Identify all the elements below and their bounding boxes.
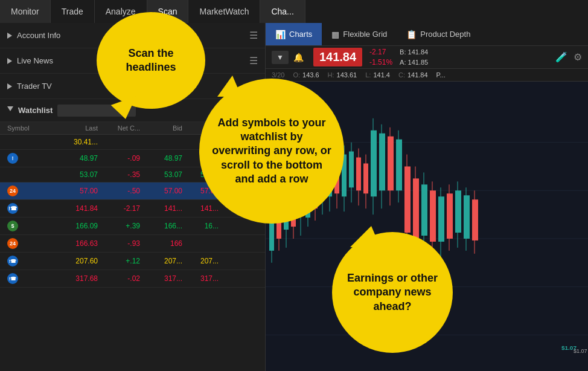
cell-bid: 166... <box>140 222 182 230</box>
menu-icon: ☰ <box>249 30 258 41</box>
ohlc-low: L: 141.4 <box>365 71 390 79</box>
cell-bid: 141... <box>140 204 182 213</box>
cell-bid: 48.97 <box>140 154 182 163</box>
btn-product-depth[interactable]: 📋 Product Depth <box>397 23 480 45</box>
menu-icon: ☰ <box>249 55 258 66</box>
svg-rect-36 <box>371 131 377 197</box>
table-row[interactable]: 24 166.63 -.93 166 <box>0 235 265 253</box>
symbol-icon: $ <box>7 221 18 231</box>
cell-bid: 53.07 <box>140 170 182 179</box>
cell-bid: 317... <box>140 274 182 283</box>
cell-bid: 57.00 <box>140 187 182 195</box>
symbol-icon: !☎ <box>7 273 18 284</box>
cell-net-change: +.39 <box>98 222 140 230</box>
chart-toolbar: ▼ 🔔 141.84 -2.17 -1.51% B: 141.84 A: 141… <box>266 46 588 69</box>
watchlist-expand-icon <box>7 106 13 114</box>
sidebar-item-label: Account Info <box>17 31 60 40</box>
price-display: 141.84 -2.17 -1.51% B: 141.84 A: 141.85 <box>313 47 428 68</box>
expand-icon <box>7 83 12 89</box>
change-pct: -1.51% <box>369 57 392 68</box>
cell-net-change: +.12 <box>98 257 140 265</box>
callout-watchlist-text: Add symbols to your watchlist by overwri… <box>211 116 332 187</box>
svg-rect-56 <box>455 190 461 233</box>
tab-trade[interactable]: Trade <box>51 0 95 23</box>
expand-icon <box>7 33 12 39</box>
cell-last: 166.63 <box>56 239 98 248</box>
ohlc-close: C: 141.84 <box>398 71 428 79</box>
svg-rect-46 <box>413 178 419 239</box>
ohlc-date: 3/20 <box>272 71 284 79</box>
symbol-dropdown[interactable]: ▼ <box>272 51 289 64</box>
cell-last: 166.09 <box>56 222 98 230</box>
svg-rect-52 <box>438 196 444 242</box>
cell-last: 30.41... <box>56 138 98 146</box>
svg-rect-40 <box>388 137 394 191</box>
cell-net-change: -.35 <box>98 170 140 179</box>
svg-rect-54 <box>447 193 453 239</box>
gear-icon[interactable]: ⚙ <box>574 51 582 63</box>
cell-bid: 207... <box>140 257 182 265</box>
table-row[interactable]: $ 166.09 +.39 166... 16... <box>0 218 265 235</box>
cell-bid: 166 <box>140 239 182 248</box>
ohlc-open: O: 143.6 <box>293 71 319 79</box>
svg-rect-32 <box>356 158 361 191</box>
charts-icon: 📊 <box>275 30 286 39</box>
callout-watchlist: Add symbols to your watchlist by overwri… <box>199 79 344 224</box>
cell-net-change: -2.17 <box>98 204 140 213</box>
cell-last: 317.68 <box>56 274 98 283</box>
table-row[interactable]: !☎ 207.60 +.12 207... 207... <box>0 253 265 270</box>
btn-grid-label: Flexible Grid <box>343 30 387 39</box>
symbol-icon: !☎ <box>7 256 18 266</box>
cell-symbol: ! <box>7 153 56 164</box>
svg-rect-38 <box>379 134 385 191</box>
btn-charts[interactable]: 📊 Charts <box>266 23 322 45</box>
ask-price: 141.85 <box>408 59 429 66</box>
cell-symbol: !☎ <box>7 256 56 266</box>
symbol-icon: ! <box>7 153 18 164</box>
col-last: Last <box>56 124 98 132</box>
svg-rect-30 <box>349 152 354 188</box>
grid-icon: ▦ <box>331 30 339 39</box>
svg-rect-42 <box>396 140 402 191</box>
cell-extra: 207... <box>182 257 219 265</box>
symbol-icon: 24 <box>7 186 18 196</box>
ohlc-extra: P... <box>436 71 446 79</box>
table-row[interactable]: !☎ 317.68 -.02 317... 317... <box>0 270 265 288</box>
cell-extra: 317... <box>182 274 219 283</box>
callout-earnings: Earnings or other company news ahead? <box>332 232 453 353</box>
cell-symbol: 24 <box>7 186 56 196</box>
svg-rect-44 <box>404 166 411 233</box>
svg-rect-34 <box>363 164 368 194</box>
sidebar-item-label: Live News <box>17 56 53 65</box>
bid-ask: B: 141.84 A: 141.85 <box>400 47 428 67</box>
btn-charts-label: Charts <box>289 30 312 39</box>
ohlc-bar: 3/20 O: 143.6 H: 143.61 L: 141.4 C: 141.… <box>266 69 588 82</box>
bid-price: 141.84 <box>408 48 429 56</box>
symbol-icon: 24 <box>7 238 18 249</box>
cell-extra: 16... <box>182 222 219 230</box>
top-nav: Monitor Trade Analyze Scan MarketWatch C… <box>0 0 588 23</box>
cell-net-change: -.93 <box>98 239 140 248</box>
tab-charts[interactable]: Cha... <box>260 0 305 23</box>
cell-last: 48.97 <box>56 154 98 163</box>
price-change: -2.17 -1.51% <box>369 47 392 68</box>
ohlc-high: H: 143.61 <box>328 71 357 79</box>
expand-icon <box>7 58 12 64</box>
col-bid: Bid <box>140 124 182 132</box>
btn-flexible-grid[interactable]: ▦ Flexible Grid <box>322 23 397 45</box>
lab-icon[interactable]: 🧪 <box>555 51 567 63</box>
cell-net-change: -.09 <box>98 154 140 163</box>
sidebar-item-label: Trader TV <box>17 82 52 91</box>
svg-rect-58 <box>464 195 470 239</box>
cell-extra: 141... <box>182 204 219 213</box>
tab-monitor[interactable]: Monitor <box>0 0 51 23</box>
change-amount: -2.17 <box>369 47 392 57</box>
cell-last: 53.07 <box>56 170 98 179</box>
callout-scan: Scan the headlines <box>97 12 205 109</box>
cell-last: 207.60 <box>56 257 98 265</box>
callout-earnings-text: Earnings or other company news ahead? <box>344 271 441 314</box>
watchlist-title: Watchlist <box>18 106 53 115</box>
cell-symbol: 24 <box>7 238 56 249</box>
alert-badge: 🔔 <box>293 53 304 62</box>
tab-marketwatch[interactable]: MarketWatch <box>188 0 260 23</box>
